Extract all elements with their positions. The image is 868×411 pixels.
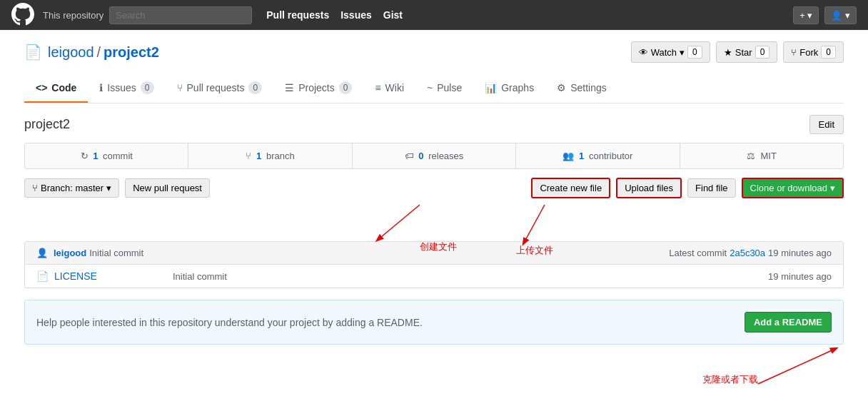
nav-issues[interactable]: Issues bbox=[340, 9, 372, 21]
watch-button[interactable]: 👁 Watch ▾ 0 bbox=[631, 41, 710, 63]
commit-author: leigood bbox=[54, 248, 86, 258]
license-file-link[interactable]: LICENSE bbox=[54, 270, 161, 282]
upload-files-button[interactable]: Upload files bbox=[616, 178, 682, 198]
projects-icon: ☰ bbox=[285, 82, 294, 93]
nav-pull-requests[interactable]: Pull requests bbox=[266, 9, 329, 21]
clone-or-download-button[interactable]: Clone or download ▾ bbox=[742, 178, 844, 198]
repo-name-link[interactable]: project2 bbox=[104, 44, 159, 61]
repo-scope-label: This repository bbox=[43, 10, 104, 21]
repo-owner-link[interactable]: leigood bbox=[48, 44, 94, 61]
tab-issues[interactable]: ℹ Issues 0 bbox=[88, 74, 165, 103]
edit-button[interactable]: Edit bbox=[809, 115, 844, 134]
settings-icon: ⚙ bbox=[557, 82, 566, 93]
add-readme-button[interactable]: Add a README bbox=[745, 312, 832, 333]
projects-badge: 0 bbox=[339, 81, 353, 94]
commit-message: Initial commit bbox=[89, 248, 143, 258]
new-item-button[interactable]: + ▾ bbox=[793, 6, 819, 24]
commits-icon: ↻ bbox=[81, 151, 89, 161]
star-button[interactable]: ★ Star 0 bbox=[716, 41, 778, 63]
branch-icon-small: ⑂ bbox=[32, 183, 38, 193]
search-input[interactable] bbox=[109, 6, 252, 24]
branch-selector[interactable]: ⑂ Branch: master ▾ bbox=[24, 178, 119, 198]
file-table-header: 👤 leigood Initial commit Latest commit 2… bbox=[25, 242, 843, 265]
readme-banner: Help people interested in this repositor… bbox=[24, 300, 844, 345]
repo-separator: / bbox=[97, 44, 101, 61]
watch-eye-icon: 👁 bbox=[639, 47, 648, 58]
tag-icon: 🏷 bbox=[405, 151, 414, 161]
file-row-license: 📄 LICENSE Initial commit 19 minutes ago bbox=[25, 265, 843, 288]
find-file-button[interactable]: Find file bbox=[687, 178, 736, 198]
license-time: 19 minutes ago bbox=[768, 271, 832, 282]
clone-annotation: 克隆或者下载 bbox=[702, 373, 758, 386]
pr-icon: ⑂ bbox=[177, 82, 183, 93]
fork-icon: ⑂ bbox=[791, 47, 797, 58]
readme-prompt-text: Help people interested in this repositor… bbox=[36, 317, 423, 328]
nav-gist[interactable]: Gist bbox=[383, 9, 403, 21]
branches-stat[interactable]: ⑂ 1 branch bbox=[188, 143, 352, 168]
tab-graphs[interactable]: 📊 Graphs bbox=[473, 74, 545, 103]
user-avatar-button[interactable]: 👤 ▾ bbox=[824, 6, 857, 24]
doc-icon: 📄 bbox=[36, 270, 49, 282]
license-commit-msg: Initial commit bbox=[173, 271, 768, 282]
contributors-icon: 👥 bbox=[562, 151, 574, 161]
releases-stat[interactable]: 🏷 0 releases bbox=[353, 143, 516, 168]
pulse-icon: ~ bbox=[427, 82, 433, 93]
commits-stat[interactable]: ↻ 1 commit bbox=[25, 143, 188, 168]
create-new-file-button[interactable]: Create new file bbox=[531, 178, 610, 198]
star-icon: ★ bbox=[724, 47, 732, 58]
tab-pull-requests[interactable]: ⑂ Pull requests 0 bbox=[166, 74, 274, 103]
fork-button[interactable]: ⑂ Fork 0 bbox=[783, 41, 844, 63]
commit-sha-link[interactable]: 2a5c30a bbox=[730, 248, 765, 258]
contributors-stat[interactable]: 👥 1 contributor bbox=[516, 143, 680, 168]
code-icon: <> bbox=[36, 82, 47, 93]
latest-commit-label: Latest commit bbox=[669, 248, 727, 258]
commit-time: 19 minutes ago bbox=[768, 248, 832, 258]
fork-count: 0 bbox=[821, 46, 836, 59]
tab-projects[interactable]: ☰ Projects 0 bbox=[273, 74, 363, 103]
license-stat[interactable]: ⚖ MIT bbox=[680, 143, 843, 168]
graphs-icon: 📊 bbox=[485, 82, 497, 93]
branch-icon: ⑂ bbox=[246, 151, 251, 161]
issues-badge: 0 bbox=[141, 81, 154, 94]
pr-badge: 0 bbox=[248, 81, 262, 94]
issues-icon: ℹ bbox=[99, 82, 103, 93]
tab-wiki[interactable]: ≡ Wiki bbox=[363, 74, 415, 103]
star-count: 0 bbox=[755, 46, 770, 59]
tab-settings[interactable]: ⚙ Settings bbox=[545, 74, 618, 103]
repo-type-icon: 📄 bbox=[24, 44, 42, 61]
svg-line-0 bbox=[377, 205, 420, 240]
wiki-icon: ≡ bbox=[375, 82, 380, 93]
tab-pulse[interactable]: ~ Pulse bbox=[415, 74, 473, 103]
repo-title-heading: project2 bbox=[24, 117, 70, 132]
svg-line-2 bbox=[758, 348, 837, 384]
github-logo-icon[interactable] bbox=[11, 3, 34, 28]
commit-avatar-icon: 👤 bbox=[36, 248, 48, 258]
tab-code[interactable]: <> Code bbox=[24, 74, 88, 103]
license-icon: ⚖ bbox=[747, 151, 755, 161]
watch-count: 0 bbox=[687, 46, 702, 59]
new-pull-request-button[interactable]: New pull request bbox=[125, 178, 210, 198]
svg-line-1 bbox=[523, 205, 545, 244]
